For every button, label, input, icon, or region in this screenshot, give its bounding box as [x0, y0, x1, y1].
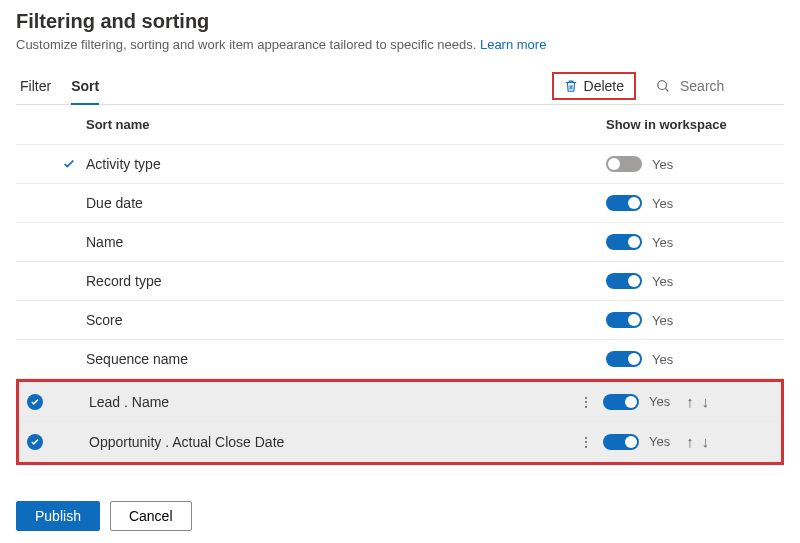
toggle-show-in-workspace[interactable]: [606, 273, 642, 289]
row-name: Due date: [86, 195, 606, 211]
toggle-show-in-workspace[interactable]: [606, 156, 642, 172]
toggle-show-in-workspace[interactable]: [606, 234, 642, 250]
row-name: Lead . Name: [89, 394, 569, 410]
move-up-icon[interactable]: ↑: [686, 393, 694, 410]
toggle-label: Yes: [652, 313, 673, 328]
row-selected-checkbox[interactable]: [27, 434, 43, 450]
toggle-label: Yes: [652, 352, 673, 367]
search-group[interactable]: [650, 73, 784, 99]
row-name: Score: [86, 312, 606, 328]
row-name: Record type: [86, 273, 606, 289]
toggle-show-in-workspace[interactable]: [606, 312, 642, 328]
publish-button[interactable]: Publish: [16, 501, 100, 531]
page-title: Filtering and sorting: [16, 10, 784, 33]
column-sort-name[interactable]: Sort name: [86, 117, 606, 132]
toggle-label: Yes: [652, 157, 673, 172]
toggle-label: Yes: [652, 235, 673, 250]
tab-filter[interactable]: Filter: [20, 70, 51, 104]
selected-rows-highlight: Lead . Name ⋮ Yes ↑ ↓ Opportunity . Actu…: [16, 379, 784, 465]
move-down-icon[interactable]: ↓: [702, 393, 710, 410]
learn-more-link[interactable]: Learn more: [480, 37, 546, 52]
tab-sort[interactable]: Sort: [71, 70, 99, 104]
page-subtitle: Customize filtering, sorting and work it…: [16, 37, 784, 52]
move-up-icon[interactable]: ↑: [686, 433, 694, 450]
check-icon: [62, 157, 76, 171]
table-row[interactable]: Name Yes: [16, 223, 784, 262]
trash-icon: [564, 79, 578, 93]
toggle-show-in-workspace[interactable]: [603, 394, 639, 410]
row-name: Opportunity . Actual Close Date: [89, 434, 569, 450]
row-name: Sequence name: [86, 351, 606, 367]
row-name: Activity type: [86, 156, 606, 172]
tab-toolbar-row: Filter Sort Delete: [16, 70, 784, 105]
toggle-label: Yes: [652, 196, 673, 211]
table-row[interactable]: Sequence name Yes: [16, 340, 784, 379]
move-down-icon[interactable]: ↓: [702, 433, 710, 450]
svg-point-0: [658, 81, 667, 90]
table-row[interactable]: Due date Yes: [16, 184, 784, 223]
row-selected-checkbox[interactable]: [27, 394, 43, 410]
table-row[interactable]: Lead . Name ⋮ Yes ↑ ↓: [19, 382, 781, 422]
table-row[interactable]: Score Yes: [16, 301, 784, 340]
delete-button[interactable]: Delete: [552, 72, 636, 100]
cancel-button[interactable]: Cancel: [110, 501, 192, 531]
toggle-label: Yes: [649, 434, 670, 449]
row-name: Name: [86, 234, 606, 250]
toggle-show-in-workspace[interactable]: [603, 434, 639, 450]
column-show-in-workspace[interactable]: Show in workspace: [606, 117, 776, 132]
search-icon: [656, 79, 670, 93]
toggle-show-in-workspace[interactable]: [606, 195, 642, 211]
search-input[interactable]: [678, 77, 778, 95]
subtitle-text: Customize filtering, sorting and work it…: [16, 37, 476, 52]
table-row[interactable]: Opportunity . Actual Close Date ⋮ Yes ↑ …: [19, 422, 781, 462]
more-actions-icon[interactable]: ⋮: [569, 434, 603, 450]
more-actions-icon[interactable]: ⋮: [569, 394, 603, 410]
table-row[interactable]: Activity type Yes: [16, 145, 784, 184]
table-header: Sort name Show in workspace: [16, 105, 784, 145]
toggle-label: Yes: [652, 274, 673, 289]
toggle-show-in-workspace[interactable]: [606, 351, 642, 367]
table-row[interactable]: Record type Yes: [16, 262, 784, 301]
toggle-label: Yes: [649, 394, 670, 409]
delete-label: Delete: [584, 78, 624, 94]
